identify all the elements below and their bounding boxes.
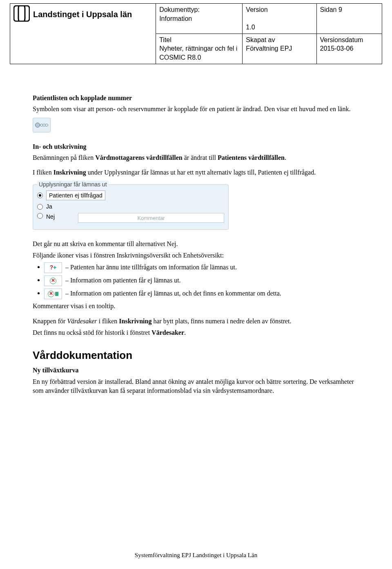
- created-by-value: Förvaltning EPJ: [246, 45, 292, 52]
- paragraph: Det finns nu också stöd för historik i f…: [33, 328, 359, 337]
- radio-label: Patienten ej tillfrågad: [46, 190, 105, 201]
- comment-input[interactable]: Kommentar: [78, 213, 224, 223]
- radio-option-not-asked[interactable]: Patienten ej tillfrågad: [37, 190, 224, 201]
- section-in-out: In- och utskrivning Benämningen på flike…: [33, 142, 359, 230]
- paragraph: Knappen för Värdesaker i fliken Inskrivn…: [33, 317, 359, 326]
- paragraph: Följande ikoner visas i fönstren Inskriv…: [33, 251, 359, 260]
- section-growth-curve: Ny tillväxtkurva En ny förbättrad versio…: [33, 366, 359, 395]
- radio-option-no[interactable]: Nej Kommentar: [37, 213, 224, 223]
- heading-varddokumentation: Vårddokumentation: [33, 348, 359, 363]
- radio-icon: [37, 213, 43, 219]
- page-cell: Sidan 9: [316, 4, 382, 34]
- section-title: Ny tillväxtkurva: [33, 367, 78, 374]
- created-by-cell: Skapat av Förvaltning EPJ: [243, 34, 316, 64]
- no-info-comment-icon: ✕: [44, 289, 62, 299]
- radio-label: Ja: [46, 203, 52, 211]
- doc-type-value: Information: [159, 15, 192, 22]
- linked-person-icon: [33, 118, 51, 132]
- paragraph: Symbolen som visar att person- och reser…: [33, 105, 359, 114]
- org-name: Landstinget i Uppsala län: [33, 9, 132, 20]
- icon-list: ?✚ – Patienten har ännu inte tillfrågats…: [44, 262, 359, 299]
- paragraph: Benämningen på fliken Vårdmottagarens vå…: [33, 153, 359, 162]
- version-value: 1.0: [246, 24, 255, 31]
- svg-rect-0: [14, 6, 29, 21]
- title-cell: Titel Nyheter, rättningar och fel i COSM…: [156, 34, 243, 64]
- paragraph: I fliken Inskrivning under Upplysningar …: [33, 168, 359, 177]
- upplysningar-panel: Upplysningar får lämnas ut Patienten ej …: [33, 184, 229, 230]
- version-cell: Version 1.0: [243, 4, 316, 34]
- no-info-icon: ✕: [44, 276, 62, 286]
- version-label: Version: [246, 6, 267, 13]
- page-label: Sidan 9: [320, 6, 342, 13]
- paragraph: Det går nu att skriva en kommentar till …: [33, 240, 359, 249]
- title-value: Nyheter, rättningar och fel i COSMIC R8.…: [159, 45, 237, 61]
- section-comment-icons: Det går nu att skriva en kommentar till …: [33, 240, 359, 337]
- document-body: Patientlisten och kopplade nummer Symbol…: [0, 64, 392, 395]
- version-date-value: 2015-03-06: [320, 45, 354, 52]
- document-header: Landstinget i Uppsala län Dokumenttyp: I…: [0, 0, 392, 64]
- header-table: Landstinget i Uppsala län Dokumenttyp: I…: [10, 3, 382, 64]
- footer: Systemförvaltning EPJ Landstinget i Upps…: [0, 551, 392, 559]
- list-item: ✕ – Information om patienten får ej lämn…: [44, 276, 359, 286]
- panel-legend: Upplysningar får lämnas ut: [37, 181, 109, 188]
- doc-type-cell: Dokumenttyp: Information: [156, 4, 243, 34]
- paragraph: Kommentarer visas i en tooltip.: [33, 302, 359, 311]
- version-date-label: Versionsdatum: [320, 36, 363, 43]
- radio-label: Nej: [46, 213, 62, 223]
- radio-icon: [37, 204, 43, 210]
- doc-type-label: Dokumenttyp:: [159, 6, 200, 13]
- section-patientlist: Patientlisten och kopplade nummer Symbol…: [33, 94, 359, 132]
- logo-cell: Landstinget i Uppsala län: [10, 4, 156, 64]
- logo-icon: [13, 5, 30, 24]
- list-item: ✕ – Information om patienten får ej lämn…: [44, 289, 359, 299]
- section-title: In- och utskrivning: [33, 143, 87, 150]
- version-date-cell: Versionsdatum 2015-03-06: [316, 34, 382, 64]
- title-label: Titel: [159, 36, 172, 43]
- list-item: ?✚ – Patienten har ännu inte tillfrågats…: [44, 262, 359, 273]
- radio-option-yes[interactable]: Ja: [37, 203, 224, 211]
- section-title: Patientlisten och kopplade nummer: [33, 94, 132, 101]
- radio-icon: [37, 193, 43, 198]
- created-by-label: Skapat av: [246, 36, 275, 43]
- paragraph: En ny förbättrad version är installerad.…: [33, 377, 359, 395]
- not-asked-icon: ?✚: [44, 262, 62, 273]
